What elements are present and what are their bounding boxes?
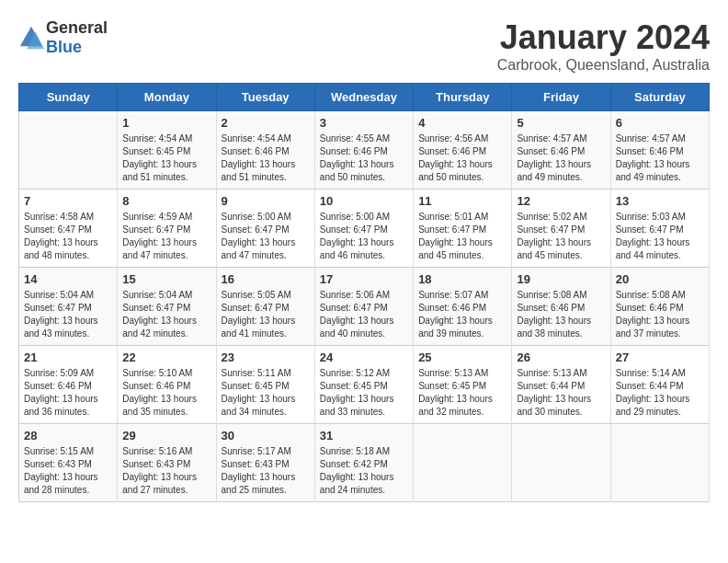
calendar-week-row: 14Sunrise: 5:04 AMSunset: 6:47 PMDayligh… (19, 268, 710, 346)
calendar-cell: 11Sunrise: 5:01 AMSunset: 6:47 PMDayligh… (414, 190, 512, 268)
sunrise-text: Sunrise: 5:16 AM (122, 446, 192, 456)
daylight-text: Daylight: 13 hours and 28 minutes. (24, 472, 98, 495)
cell-content: Sunrise: 5:13 AMSunset: 6:45 PMDaylight:… (418, 367, 506, 419)
sunset-text: Sunset: 6:47 PM (616, 224, 684, 235)
day-number: 14 (24, 272, 112, 286)
day-number: 19 (517, 272, 605, 286)
calendar-cell: 24Sunrise: 5:12 AMSunset: 6:45 PMDayligh… (314, 346, 413, 424)
cell-content: Sunrise: 5:18 AMSunset: 6:42 PMDaylight:… (320, 445, 408, 497)
calendar-cell: 6Sunrise: 4:57 AMSunset: 6:46 PMDaylight… (610, 111, 709, 190)
daylight-text: Daylight: 13 hours and 51 minutes. (122, 159, 197, 182)
calendar-cell: 25Sunrise: 5:13 AMSunset: 6:45 PMDayligh… (414, 346, 512, 424)
sunrise-text: Sunrise: 4:56 AM (418, 133, 488, 144)
sunrise-text: Sunrise: 4:57 AM (616, 133, 686, 144)
calendar-cell: 19Sunrise: 5:08 AMSunset: 6:46 PMDayligh… (512, 268, 610, 346)
sunrise-text: Sunrise: 5:01 AM (418, 212, 488, 222)
daylight-text: Daylight: 13 hours and 35 minutes. (122, 394, 197, 417)
sunrise-text: Sunrise: 5:12 AM (320, 368, 390, 378)
calendar-cell: 1Sunrise: 4:54 AMSunset: 6:45 PMDaylight… (118, 111, 216, 190)
weekday-header: Friday (512, 84, 610, 111)
sunrise-text: Sunrise: 5:00 AM (222, 212, 291, 222)
weekday-header: Monday (118, 84, 216, 111)
day-number: 13 (616, 194, 704, 208)
cell-content: Sunrise: 5:08 AMSunset: 6:46 PMDaylight:… (517, 289, 605, 340)
cell-content: Sunrise: 5:08 AMSunset: 6:46 PMDaylight:… (616, 289, 704, 340)
sunrise-text: Sunrise: 5:08 AM (616, 290, 686, 300)
calendar-cell: 4Sunrise: 4:56 AMSunset: 6:46 PMDaylight… (414, 111, 512, 190)
calendar-cell: 31Sunrise: 5:18 AMSunset: 6:42 PMDayligh… (314, 424, 413, 502)
cell-content: Sunrise: 5:04 AMSunset: 6:47 PMDaylight:… (122, 289, 210, 340)
day-number: 23 (222, 350, 310, 364)
day-number: 29 (122, 429, 210, 442)
daylight-text: Daylight: 13 hours and 40 minutes. (320, 316, 394, 339)
sunrise-text: Sunrise: 5:04 AM (24, 290, 94, 300)
cell-content: Sunrise: 5:03 AMSunset: 6:47 PMDaylight:… (616, 211, 704, 262)
sunset-text: Sunset: 6:46 PM (517, 303, 585, 313)
daylight-text: Daylight: 13 hours and 51 minutes. (222, 159, 296, 182)
cell-content: Sunrise: 5:16 AMSunset: 6:43 PMDaylight:… (122, 445, 210, 497)
day-number: 27 (616, 350, 704, 364)
daylight-text: Daylight: 13 hours and 47 minutes. (222, 237, 296, 260)
calendar-cell (414, 424, 512, 502)
daylight-text: Daylight: 13 hours and 49 minutes. (616, 159, 690, 182)
cell-content: Sunrise: 5:00 AMSunset: 6:47 PMDaylight:… (222, 211, 310, 262)
logo: General Blue (18, 18, 108, 57)
weekday-header: Tuesday (216, 84, 314, 111)
sunrise-text: Sunrise: 5:09 AM (24, 368, 94, 378)
calendar-cell (512, 424, 610, 502)
calendar-table: SundayMondayTuesdayWednesdayThursdayFrid… (18, 83, 710, 502)
calendar-cell: 17Sunrise: 5:06 AMSunset: 6:47 PMDayligh… (314, 268, 413, 346)
weekday-header: Thursday (414, 84, 512, 111)
calendar-cell: 28Sunrise: 5:15 AMSunset: 6:43 PMDayligh… (19, 424, 118, 502)
day-number: 30 (222, 429, 310, 442)
sunrise-text: Sunrise: 4:54 AM (122, 133, 192, 144)
day-number: 21 (24, 350, 112, 364)
daylight-text: Daylight: 13 hours and 30 minutes. (517, 394, 591, 417)
calendar-cell: 30Sunrise: 5:17 AMSunset: 6:43 PMDayligh… (216, 424, 314, 502)
weekday-header: Sunday (19, 84, 118, 111)
sunrise-text: Sunrise: 5:03 AM (616, 212, 686, 222)
weekday-header: Wednesday (314, 84, 413, 111)
logo-blue-text: Blue (46, 38, 82, 56)
day-number: 6 (616, 116, 704, 130)
sunrise-text: Sunrise: 4:54 AM (222, 133, 291, 144)
calendar-cell: 10Sunrise: 5:00 AMSunset: 6:47 PMDayligh… (314, 190, 413, 268)
calendar-cell: 15Sunrise: 5:04 AMSunset: 6:47 PMDayligh… (118, 268, 216, 346)
month-title: January 2024 (497, 18, 710, 57)
cell-content: Sunrise: 5:04 AMSunset: 6:47 PMDaylight:… (24, 289, 112, 340)
day-number: 28 (24, 429, 112, 442)
calendar-cell: 12Sunrise: 5:02 AMSunset: 6:47 PMDayligh… (512, 190, 610, 268)
day-number: 24 (320, 350, 408, 364)
sunset-text: Sunset: 6:47 PM (320, 303, 388, 313)
sunset-text: Sunset: 6:46 PM (616, 303, 684, 313)
day-number: 12 (517, 194, 605, 208)
sunrise-text: Sunrise: 5:05 AM (222, 290, 291, 300)
cell-content: Sunrise: 5:07 AMSunset: 6:46 PMDaylight:… (418, 289, 506, 340)
sunrise-text: Sunrise: 5:06 AM (320, 290, 390, 300)
calendar-week-row: 28Sunrise: 5:15 AMSunset: 6:43 PMDayligh… (19, 424, 710, 502)
day-number: 7 (24, 194, 112, 208)
sunset-text: Sunset: 6:45 PM (122, 146, 190, 156)
daylight-text: Daylight: 13 hours and 45 minutes. (517, 237, 591, 260)
cell-content: Sunrise: 4:57 AMSunset: 6:46 PMDaylight:… (517, 132, 605, 184)
day-number: 25 (418, 350, 506, 364)
calendar-cell: 27Sunrise: 5:14 AMSunset: 6:44 PMDayligh… (610, 346, 709, 424)
cell-content: Sunrise: 4:58 AMSunset: 6:47 PMDaylight:… (24, 211, 112, 262)
calendar-cell (610, 424, 709, 502)
daylight-text: Daylight: 13 hours and 50 minutes. (320, 159, 394, 182)
calendar-cell: 18Sunrise: 5:07 AMSunset: 6:46 PMDayligh… (414, 268, 512, 346)
day-number: 20 (616, 272, 704, 286)
cell-content: Sunrise: 4:59 AMSunset: 6:47 PMDaylight:… (122, 211, 210, 262)
sunrise-text: Sunrise: 5:08 AM (517, 290, 586, 300)
calendar-cell: 13Sunrise: 5:03 AMSunset: 6:47 PMDayligh… (610, 190, 709, 268)
cell-content: Sunrise: 5:14 AMSunset: 6:44 PMDaylight:… (616, 367, 704, 419)
cell-content: Sunrise: 4:56 AMSunset: 6:46 PMDaylight:… (418, 132, 506, 184)
day-number: 22 (122, 350, 210, 364)
daylight-text: Daylight: 13 hours and 50 minutes. (418, 159, 493, 182)
sunset-text: Sunset: 6:46 PM (616, 146, 684, 156)
logo-general-text: General (46, 18, 108, 37)
sunset-text: Sunset: 6:47 PM (517, 224, 585, 235)
sunrise-text: Sunrise: 4:59 AM (122, 212, 192, 222)
day-number: 1 (122, 116, 210, 130)
sunset-text: Sunset: 6:46 PM (517, 146, 585, 156)
